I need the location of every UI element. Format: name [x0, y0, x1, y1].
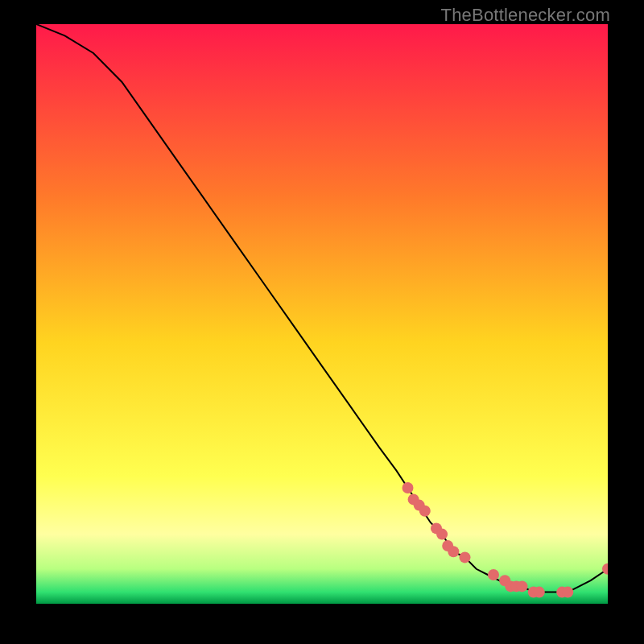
data-marker: [448, 546, 459, 557]
data-marker: [460, 551, 471, 563]
data-marker: [517, 580, 528, 592]
chart-svg: [36, 24, 608, 604]
plot-area: [36, 24, 608, 604]
data-marker: [419, 506, 431, 517]
data-marker: [402, 482, 414, 493]
data-marker: [534, 587, 545, 598]
watermark-text: TheBottlenecker.com: [441, 5, 610, 26]
gradient-bg: [36, 24, 608, 604]
data-marker: [436, 529, 448, 540]
data-marker: [488, 569, 499, 580]
data-marker: [562, 587, 573, 598]
chart-stage: TheBottlenecker.com: [0, 0, 644, 644]
